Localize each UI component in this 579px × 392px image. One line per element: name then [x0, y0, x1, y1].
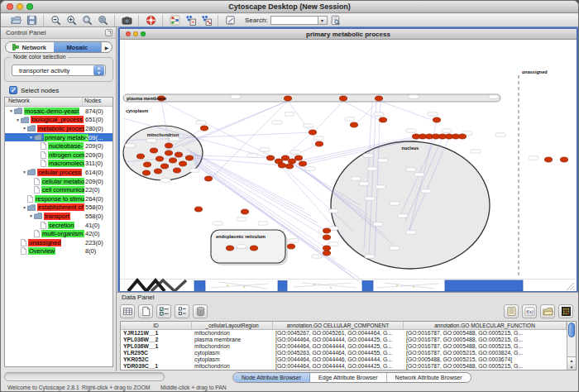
attribute-table-header[interactable]: ID_cellularLayoutRegionannotation.GO CEL… — [121, 322, 567, 330]
graph-node[interactable] — [165, 151, 172, 155]
tree-row-overview[interactable]: Overview8(0) — [5, 247, 112, 256]
select-nodes-row[interactable]: ✓ Select nodes — [9, 86, 59, 94]
tree-row-mosaic-demo-yeast[interactable]: ▼mosaic-demo-yeast874(0) — [5, 107, 112, 116]
graph-node[interactable] — [379, 117, 386, 122]
attribute-batch-editor-icon[interactable] — [504, 304, 519, 318]
graph-node[interactable] — [194, 207, 202, 212]
table-row[interactable]: YPL036W__2plasma membrane[GO:0044464, GO… — [121, 337, 567, 343]
graph-node[interactable] — [284, 96, 291, 101]
column-header-1[interactable]: _cellularLayoutRegion — [192, 322, 273, 329]
graph-node[interactable] — [433, 117, 440, 122]
graph-node[interactable] — [278, 163, 285, 168]
tree-row-nitrogen-compo[interactable]: nitrogen compo209(0) — [5, 151, 112, 160]
tree-header-nodes[interactable]: Nodes — [83, 98, 112, 106]
expander-icon[interactable]: ▼ — [22, 126, 27, 131]
graph-node[interactable] — [285, 164, 293, 169]
tree-row-secretion[interactable]: secretion41(0) — [5, 221, 112, 230]
graph-node[interactable] — [323, 251, 330, 256]
tree-row-metabolic-process[interactable]: ▼metabolic process280(0) — [5, 124, 112, 133]
expander-icon[interactable]: ▼ — [22, 205, 27, 210]
tree-row-transport[interactable]: ▼transport558(0) — [5, 212, 112, 221]
graph-node[interactable] — [173, 168, 180, 173]
snapshot-icon[interactable] — [121, 15, 132, 26]
select-nodes-checkbox[interactable]: ✓ — [9, 86, 17, 94]
tab-mosaic[interactable]: Mosaic — [54, 42, 102, 52]
graph-node[interactable] — [185, 155, 193, 160]
tree-row-establishment-of-lo[interactable]: ▼establishment of lo558(0) — [5, 203, 112, 213]
float-panel-icon[interactable] — [105, 29, 112, 36]
tab-node-attribute-browser[interactable]: Node Attribute Browser — [233, 373, 310, 382]
network-tree-header[interactable]: Network Nodes — [5, 98, 112, 107]
advanced-search-icon[interactable] — [330, 15, 342, 26]
delete-attribute-icon[interactable] — [193, 304, 208, 318]
expander-icon[interactable]: ▼ — [28, 135, 34, 140]
tab-network-attribute-browser[interactable]: Network Attribute Browser — [387, 373, 471, 382]
tree-row-biological-process[interactable]: ▼biological_process651(0) — [5, 116, 112, 125]
expander-icon[interactable]: ▼ — [28, 213, 34, 218]
tree-header-network[interactable]: Network — [5, 98, 83, 106]
node-color-dropdown[interactable]: transporter activity ▲▼ — [12, 65, 106, 76]
graph-node[interactable] — [179, 161, 186, 166]
tab-network[interactable]: Network — [6, 42, 54, 52]
zoom-fit-icon[interactable] — [97, 15, 108, 26]
graph-node[interactable] — [323, 228, 330, 233]
graph-node[interactable] — [288, 159, 295, 164]
save-session-icon[interactable] — [26, 15, 37, 26]
tree-row-macromolecule[interactable]: macromolecule311(0) — [5, 160, 112, 169]
graph-node[interactable] — [154, 169, 161, 174]
tab-edge-attribute-browser[interactable]: Edge Attribute Browser — [310, 373, 387, 382]
table-row[interactable]: YKR052Ccytoplasm[GO:0044464, GO:0044446,… — [121, 356, 567, 363]
tree-row-cellular-metabol[interactable]: cellular metabol209(0) — [5, 177, 112, 186]
expander-icon[interactable]: ▼ — [15, 117, 21, 122]
tree-row-primary-metabo[interactable]: ▼primary metabo209(... — [5, 133, 112, 142]
graph-node[interactable] — [160, 164, 168, 169]
search-input[interactable] — [270, 16, 318, 25]
table-scrollbar[interactable]: ▲▼ — [567, 322, 576, 370]
zoom-out-icon[interactable] — [50, 15, 61, 26]
tab-overflow-button[interactable]: ▶ — [101, 42, 112, 52]
unselect-attributes-icon[interactable] — [175, 304, 189, 318]
search-combo[interactable]: ▾ — [270, 16, 328, 25]
graph-node[interactable] — [226, 246, 233, 251]
graph-node[interactable] — [287, 244, 294, 249]
attribute-matrix-icon[interactable] — [558, 304, 573, 318]
zoom-selected-icon[interactable] — [81, 15, 93, 26]
graph-node[interactable] — [323, 235, 330, 240]
scrollbar-thumb[interactable] — [568, 323, 575, 337]
network-canvas-svg[interactable]: plasma membrane cytoplasm mitochondrion … — [120, 40, 577, 291]
select-attributes-icon[interactable] — [156, 304, 171, 318]
open-file-icon[interactable] — [10, 15, 22, 26]
table-row[interactable]: YDR039C__1mitochondrion[GO:0044464, GO:0… — [121, 363, 567, 370]
column-header-3[interactable]: annotation.GO MOLECULAR_FUNCTION — [404, 322, 567, 329]
table-row[interactable]: YPL036W__1mitochondrion[GO:0044464, GO:0… — [121, 343, 567, 350]
network-view-titlebar[interactable]: primary metabolic process — [120, 29, 577, 40]
graph-node[interactable] — [458, 134, 466, 139]
table-settings-icon[interactable] — [120, 304, 135, 318]
annotation-icon[interactable] — [224, 15, 236, 26]
graph-node[interactable] — [544, 157, 552, 162]
graph-node[interactable] — [309, 130, 316, 135]
graph-node[interactable] — [266, 155, 274, 160]
graph-node[interactable] — [241, 209, 248, 214]
tree-row-cellular-process[interactable]: ▼cellular process614(0) — [5, 168, 112, 177]
graph-node[interactable] — [375, 96, 382, 101]
column-header-0[interactable]: ID — [121, 322, 192, 329]
graph-node[interactable] — [350, 122, 357, 127]
graph-node[interactable] — [281, 155, 289, 160]
zoom-in-icon[interactable] — [65, 15, 77, 26]
graph-node[interactable] — [142, 170, 150, 175]
destroy-network-view-icon[interactable] — [200, 15, 212, 26]
create-network-view-icon[interactable] — [184, 15, 196, 26]
graph-node[interactable] — [143, 162, 151, 167]
graph-node[interactable] — [165, 143, 172, 148]
network-canvas[interactable]: plasma membrane cytoplasm mitochondrion … — [120, 40, 577, 291]
column-header-2[interactable]: annotation.GO CELLULAR_COMPONENT — [273, 322, 404, 329]
tree-row-response-to-stimulu[interactable]: response to stimulu264(0) — [5, 194, 112, 203]
network-view-window[interactable]: primary metabolic process plasma membran… — [118, 27, 578, 293]
graph-node[interactable] — [299, 161, 306, 166]
help-icon[interactable] — [145, 15, 156, 26]
tree-row-multi-organism-pro[interactable]: multi-organism pro42(0) — [5, 229, 112, 238]
attribute-table[interactable]: ID_cellularLayoutRegionannotation.GO CEL… — [120, 321, 577, 370]
graph-node[interactable] — [169, 158, 176, 163]
tree-row-cell-communicat[interactable]: cell communicat22(0) — [5, 185, 112, 194]
